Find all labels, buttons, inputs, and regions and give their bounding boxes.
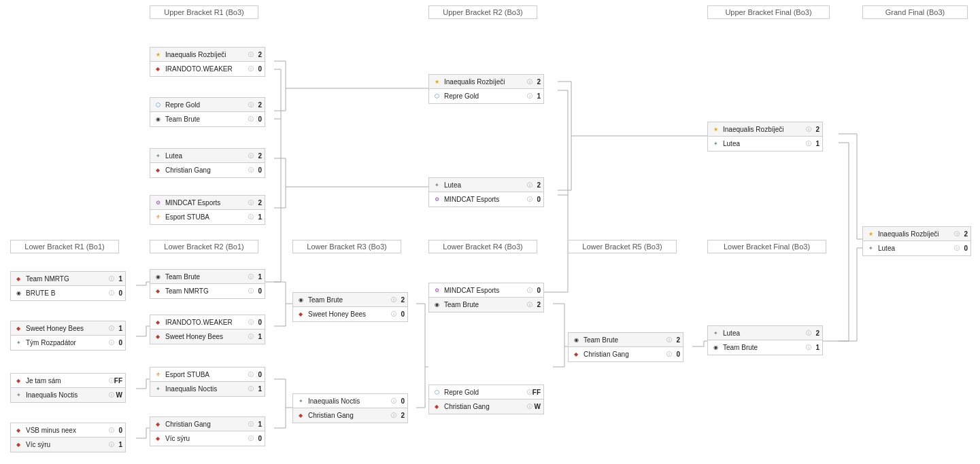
team-row[interactable]: ✦ Lutea ⓘ 0 [862, 241, 971, 256]
info-icon[interactable]: ⓘ [109, 275, 114, 283]
info-icon[interactable]: ⓘ [248, 435, 254, 442]
team-score: W [114, 391, 122, 399]
team-row[interactable]: ⚜ Esport STUBA ⓘ 1 [150, 210, 265, 225]
info-icon[interactable]: ⓘ [954, 230, 960, 238]
info-icon[interactable]: ⓘ [527, 196, 533, 203]
info-icon[interactable]: ⓘ [248, 65, 254, 73]
team-row[interactable]: ◆ Christian Gang ⓘ W [428, 399, 544, 414]
team-row[interactable]: ◆ IRANDOTO.WEAKER ⓘ 0 [150, 62, 265, 77]
team-score: 1 [114, 441, 122, 448]
info-icon[interactable]: ⓘ [109, 289, 114, 297]
team-icon: ✦ [296, 396, 305, 406]
info-icon[interactable]: ⓘ [527, 301, 533, 308]
info-icon[interactable]: ⓘ [954, 245, 960, 252]
team-row[interactable]: ✦ Lutea ⓘ 2 [150, 148, 265, 163]
team-row[interactable]: ✦ Inaequalis Noctis ⓘ 1 [150, 382, 265, 397]
info-icon[interactable]: ⓘ [666, 351, 672, 358]
team-row[interactable]: ◆ Sweet Honey Bees ⓘ 0 [292, 307, 408, 322]
team-row[interactable]: ✦ Tým Rozpadátor ⓘ 0 [10, 336, 126, 351]
team-row[interactable]: ✦ Lutea ⓘ 2 [707, 325, 823, 340]
info-icon[interactable]: ⓘ [391, 412, 396, 419]
info-icon[interactable]: ⓘ [109, 377, 114, 385]
info-icon[interactable]: ⓘ [806, 329, 811, 337]
team-row[interactable]: ⚙ MINDCAT Esports ⓘ 2 [150, 195, 265, 210]
team-icon: ◉ [14, 289, 23, 298]
info-icon[interactable]: ⓘ [248, 333, 254, 340]
team-row[interactable]: ◉ Team Brute ⓘ 1 [707, 340, 823, 355]
info-icon[interactable]: ⓘ [806, 140, 811, 147]
team-row[interactable]: ◆ Christian Gang ⓘ 0 [150, 163, 265, 178]
info-icon[interactable]: ⓘ [248, 371, 254, 378]
team-row[interactable]: ★ Inaequalis Rozbíječi ⓘ 2 [862, 226, 971, 241]
info-icon[interactable]: ⓘ [527, 403, 533, 410]
team-row[interactable]: ◆ IRANDOTO.WEAKER ⓘ 0 [150, 315, 265, 329]
team-row[interactable]: ★ Inaequalis Rozbíječi ⓘ 2 [150, 47, 265, 62]
lr4-match1: ⚙ MINDCAT Esports ⓘ 0 ◉ Team Brute ⓘ 2 [428, 283, 544, 313]
info-icon[interactable]: ⓘ [109, 391, 114, 399]
upper-r1-label: Upper Bracket R1 (Bo3) [150, 5, 258, 19]
info-icon[interactable]: ⓘ [248, 101, 254, 109]
info-icon[interactable]: ⓘ [248, 152, 254, 160]
info-icon[interactable]: ⓘ [527, 78, 533, 86]
team-icon: ◉ [296, 295, 305, 304]
info-icon[interactable]: ⓘ [391, 397, 396, 405]
info-icon[interactable]: ⓘ [248, 421, 254, 428]
team-row[interactable]: ⚙ MINDCAT Esports ⓘ 0 [428, 192, 544, 207]
grand-final-label: Grand Final (Bo3) [862, 5, 968, 19]
info-icon[interactable]: ⓘ [391, 296, 396, 304]
team-row[interactable]: ★ Inaequalis Rozbíječi ⓘ 2 [428, 74, 544, 89]
team-row[interactable]: ◉ Team Brute ⓘ 2 [568, 332, 683, 347]
team-row[interactable]: ◆ Sweet Honey Bees ⓘ 1 [10, 321, 126, 336]
team-row[interactable]: ★ Inaequalis Rozbíječi ⓘ 2 [707, 122, 823, 137]
team-row[interactable]: ◉ Team Brute ⓘ 2 [428, 298, 544, 313]
info-icon[interactable]: ⓘ [248, 273, 254, 281]
info-icon[interactable]: ⓘ [248, 115, 254, 123]
team-row[interactable]: ⚜ Esport STUBA ⓘ 0 [150, 367, 265, 382]
info-icon[interactable]: ⓘ [248, 287, 254, 295]
info-icon[interactable]: ⓘ [248, 213, 254, 221]
info-icon[interactable]: ⓘ [248, 319, 254, 326]
info-icon[interactable]: ⓘ [109, 339, 114, 346]
info-icon[interactable]: ⓘ [109, 441, 114, 448]
team-row[interactable]: ◆ Christian Gang ⓘ 1 [150, 416, 265, 431]
team-row[interactable]: ⬡ Repre Gold ⓘ 1 [428, 89, 544, 104]
info-icon[interactable]: ⓘ [391, 310, 396, 318]
info-icon[interactable]: ⓘ [109, 427, 114, 434]
team-row[interactable]: ◆ Víc sýru ⓘ 0 [150, 431, 265, 446]
team-row[interactable]: ◆ Sweet Honey Bees ⓘ 1 [150, 329, 265, 344]
team-row[interactable]: ⚙ MINDCAT Esports ⓘ 0 [428, 283, 544, 298]
team-row[interactable]: ◆ Team NMRTG ⓘ 0 [150, 284, 265, 299]
info-icon[interactable]: ⓘ [248, 385, 254, 393]
team-row[interactable]: ◉ Team Brute ⓘ 2 [292, 292, 408, 307]
team-row[interactable]: ✦ Inaequalis Noctis ⓘ W [10, 388, 126, 403]
info-icon[interactable]: ⓘ [248, 199, 254, 207]
info-icon[interactable]: ⓘ [527, 92, 533, 100]
team-row[interactable]: ◆ VŠB minus neex ⓘ 0 [10, 423, 126, 438]
team-icon: ★ [153, 50, 163, 59]
team-row[interactable]: ◉ Team Brute ⓘ 0 [150, 112, 265, 127]
team-score: 1 [254, 333, 262, 340]
info-icon[interactable]: ⓘ [527, 389, 533, 396]
ur1-match4: ⚙ MINDCAT Esports ⓘ 2 ⚜ Esport STUBA ⓘ 1 [150, 195, 265, 225]
info-icon[interactable]: ⓘ [806, 126, 811, 133]
info-icon[interactable]: ⓘ [109, 325, 114, 332]
team-row[interactable]: ◉ BRUTE B ⓘ 0 [10, 286, 126, 301]
team-row[interactable]: ✦ Lutea ⓘ 2 [428, 177, 544, 192]
info-icon[interactable]: ⓘ [527, 287, 533, 294]
info-icon[interactable]: ⓘ [248, 166, 254, 174]
team-row[interactable]: ✦ Inaequalis Noctis ⓘ 0 [292, 393, 408, 408]
team-row[interactable]: ◆ Christian Gang ⓘ 2 [292, 408, 408, 423]
team-row[interactable]: ◆ Víc sýru ⓘ 1 [10, 438, 126, 452]
team-row[interactable]: ◆ Christian Gang ⓘ 0 [568, 347, 683, 362]
team-row[interactable]: ✦ Lutea ⓘ 1 [707, 137, 823, 151]
info-icon[interactable]: ⓘ [806, 344, 811, 351]
info-icon[interactable]: ⓘ [527, 181, 533, 189]
team-row[interactable]: ◉ Team Brute ⓘ 1 [150, 269, 265, 284]
team-row[interactable]: ⬡ Repre Gold ⓘ 2 [150, 97, 265, 112]
team-score: 0 [254, 435, 262, 442]
info-icon[interactable]: ⓘ [248, 51, 254, 58]
info-icon[interactable]: ⓘ [666, 336, 672, 344]
team-row[interactable]: ⬡ Repre Gold ⓘ FF [428, 385, 544, 399]
team-row[interactable]: ◆ Je tam sám ⓘ FF [10, 373, 126, 388]
team-row[interactable]: ◆ Team NMRTG ⓘ 1 [10, 271, 126, 286]
